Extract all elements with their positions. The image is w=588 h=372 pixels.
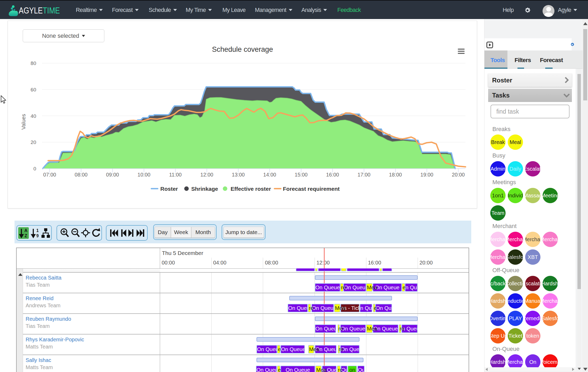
svg-text:Z: Z (25, 234, 27, 238)
svg-text:9: 9 (36, 234, 39, 238)
svg-text:19:00: 19:00 (421, 172, 433, 178)
svg-text:17:00: 17:00 (358, 172, 371, 178)
svg-text:16:00: 16:00 (326, 172, 339, 178)
svg-text:0: 0 (33, 166, 36, 171)
svg-text:18:00: 18:00 (389, 172, 402, 178)
svg-text:12:00: 12:00 (200, 172, 213, 178)
svg-text:1: 1 (36, 228, 39, 233)
svg-text:Schedule coverage: Schedule coverage (212, 45, 273, 53)
svg-text:14:00: 14:00 (263, 172, 276, 178)
svg-text:09:00: 09:00 (106, 172, 119, 178)
svg-text:Forecast requirement: Forecast requirement (283, 186, 340, 192)
svg-text:10:00: 10:00 (138, 172, 151, 178)
svg-text:40: 40 (31, 113, 36, 119)
svg-text:Effective roster: Effective roster (231, 186, 271, 192)
svg-text:15:00: 15:00 (295, 172, 308, 178)
svg-text:08:00: 08:00 (75, 172, 88, 178)
svg-text:20: 20 (31, 140, 36, 145)
svg-text:20:00: 20:00 (452, 172, 465, 178)
svg-text:07:00: 07:00 (43, 172, 56, 178)
svg-text:Shrinkage: Shrinkage (191, 186, 218, 192)
svg-text:80: 80 (31, 61, 36, 66)
svg-text:13:00: 13:00 (232, 172, 245, 178)
svg-text:Roster: Roster (160, 186, 178, 192)
svg-text:A: A (24, 228, 27, 233)
svg-text:60: 60 (31, 87, 36, 92)
svg-text:11:00: 11:00 (169, 172, 182, 178)
svg-text:Values: Values (21, 114, 26, 130)
